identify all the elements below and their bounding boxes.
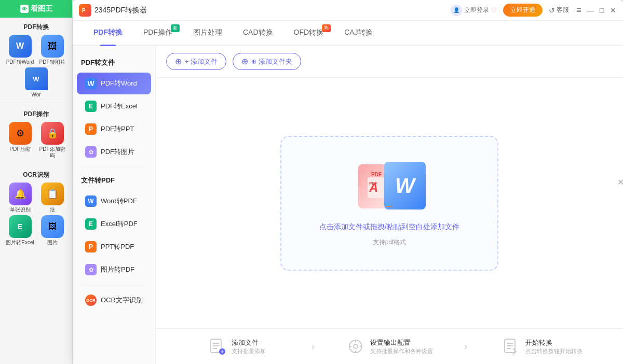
step-arrow-1: › (312, 341, 315, 352)
menu-item-ppt-pdf[interactable]: P PPT转PDF (77, 236, 151, 258)
sidebar-item-pdf-image[interactable]: 🖼 PDF转图片 (37, 35, 67, 65)
svg-text:P: P (82, 8, 86, 13)
step-3-text: 开始转换 点击转换按钮开始转换 (525, 338, 583, 355)
menu-item-pdf-word[interactable]: W PDF转Word (77, 73, 151, 94)
step-3-icon (502, 337, 520, 356)
hot-badge: 热 (322, 24, 331, 32)
tab-ofd-convert[interactable]: OFD转换 热 (283, 20, 334, 45)
nav-tabs: PDF转换 PDF操作 新 图片处理 CAD转换 OFD转换 热 CAJ转换 (73, 21, 623, 46)
drop-zone-text: 点击添加文件或拖拽/粘贴到空白处添加文件 (319, 222, 459, 232)
left-sidebar: 👁 看图王 PDF转换 W PDF转Word 🖼 PDF转图片 W Wor PD… (0, 0, 73, 364)
main-window: P 2345PDF转换器 👤 立即登录 ♡ 立即开通 ↺ 客服 ≡ — □ ✕ (73, 0, 623, 364)
sidebar-section-pdf: PDF转换 W PDF转Word 🖼 PDF转图片 W Wor (0, 18, 72, 100)
batch-ocr-icon: 📋 (41, 183, 64, 205)
sidebar-ops-items: ⚙ PDF压缩 🔒 PDF添加密码 (0, 122, 72, 159)
drop-zone-subtext: 支持pdf格式 (373, 238, 407, 247)
step-1: + 添加文件 支持批量添加 (166, 337, 307, 356)
img-excel-icon: E (9, 215, 32, 238)
sidebar-item-single-ocr[interactable]: 🔔 单张识别 (5, 183, 35, 213)
sidebar-item-img-excel[interactable]: E 图片转Excel (5, 215, 35, 246)
new-badge: 新 (171, 24, 180, 32)
sidebar-item-word[interactable]: W Wor (21, 67, 51, 98)
tab-caj-convert[interactable]: CAJ转换 (334, 20, 383, 45)
minimize-button[interactable]: — (587, 7, 594, 14)
menu-item-pdf-ppt[interactable]: P PDF转PPT (77, 118, 151, 140)
menu-pdf-image-icon: ✿ (85, 146, 97, 158)
main-content-area: ⊕ + 添加文件 ⊕ ⊕ 添加文件夹 PDF (156, 46, 623, 364)
svg-text:+: + (221, 349, 224, 355)
service-button[interactable]: ↺ 客服 (549, 6, 569, 15)
sidebar-section-ops: PDF操作 ⚙ PDF压缩 🔒 PDF添加密码 (0, 105, 72, 161)
sidebar-logo: 👁 (20, 5, 29, 13)
content-area: PDF转文件 W PDF转Word E PDF转Excel P PDF转PPT (73, 46, 623, 364)
sidebar-ocr-items: 🔔 单张识别 📋 批 E 图片转Excel 🖼 图片 (0, 183, 72, 246)
menu-item-ocr[interactable]: OCR OCR文字识别 (77, 289, 151, 311)
tab-pdf-convert[interactable]: PDF转换 (83, 20, 133, 45)
step-1-icon: + (208, 337, 226, 356)
drop-zone[interactable]: PDF A PDF W (156, 78, 623, 328)
sidebar-item-pdf-word[interactable]: W PDF转Word (5, 35, 35, 65)
add-folder-button[interactable]: ⊕ ⊕ 添加文件夹 (233, 53, 301, 70)
drop-zone-icons: PDF A PDF W (353, 159, 426, 216)
menu-img-pdf-icon: ✿ (85, 264, 97, 275)
pdf-image-icon: 🖼 (41, 35, 64, 58)
app-logo-icon: P (79, 4, 91, 17)
file-toolbar: ⊕ + 添加文件 ⊕ ⊕ 添加文件夹 (156, 46, 623, 78)
step-3: 开始转换 点击转换按钮开始转换 (471, 337, 613, 356)
menu-ocr-icon: OCR (85, 295, 97, 306)
tab-image-process[interactable]: 图片处理 (183, 20, 233, 45)
menu-item-excel-pdf[interactable]: E Excel转PDF (77, 213, 151, 235)
step-2-text: 设置输出配置 支持批量操作和各种设置 (370, 338, 433, 355)
password-icon: 🔒 (41, 122, 64, 145)
menu-button[interactable]: ≡ (575, 7, 583, 14)
step-2: 设置输出配置 支持批量操作和各种设置 (319, 337, 460, 356)
tab-pdf-ops[interactable]: PDF操作 新 (133, 20, 183, 45)
svg-text:PDF: PDF (369, 181, 377, 186)
sidebar-item-compress[interactable]: ⚙ PDF压缩 (5, 122, 35, 159)
login-button[interactable]: 👤 立即登录 ♡ (451, 5, 497, 16)
sidebar-item-password[interactable]: 🔒 PDF添加密码 (37, 122, 67, 159)
sidebar-item-img[interactable]: 🖼 图片 (37, 215, 67, 246)
svg-point-12 (354, 344, 358, 348)
menu-item-pdf-image[interactable]: ✿ PDF转图片 (77, 141, 151, 163)
step-1-text: 添加文件 支持批量添加 (232, 338, 266, 355)
window-controls: ≡ — □ ✕ (575, 7, 617, 14)
avatar-icon: 👤 (451, 5, 462, 16)
menu-pdf-excel-icon: E (85, 101, 97, 112)
open-membership-button[interactable]: 立即开通 (503, 4, 543, 17)
step-2-icon (346, 337, 365, 356)
menu-item-pdf-excel[interactable]: E PDF转Excel (77, 95, 151, 117)
sidebar-item-batch-ocr[interactable]: 📋 批 (37, 183, 67, 213)
convert-arrow-icon: → (384, 200, 395, 212)
menu-excel-pdf-icon: E (85, 218, 97, 230)
menu-ppt-pdf-icon: P (85, 241, 97, 253)
compress-icon: ⚙ (9, 122, 32, 145)
menu-item-img-pdf[interactable]: ✿ 图片转PDF (77, 259, 151, 281)
menu-item-word-pdf[interactable]: W Word转PDF (77, 190, 151, 212)
menu-word-pdf-icon: W (85, 195, 97, 207)
bottom-steps: + 添加文件 支持批量添加 › (156, 328, 623, 364)
close-button[interactable]: ✕ (610, 7, 617, 14)
app-logo: P 2345PDF转换器 (79, 4, 147, 17)
sidebar-section-ocr: OCR识别 🔔 单张识别 📋 批 E 图片转Excel 🖼 图片 (0, 165, 72, 248)
img-icon: 🖼 (41, 215, 64, 238)
left-menu: PDF转文件 W PDF转Word E PDF转Excel P PDF转PPT (73, 46, 156, 364)
side-close-icon[interactable]: ✕ (617, 177, 623, 187)
add-file-button[interactable]: ⊕ + 添加文件 (166, 53, 226, 70)
single-ocr-icon: 🔔 (9, 183, 32, 205)
sidebar-app-title: 👁 看图王 (0, 0, 72, 18)
pdf-word-icon: W (9, 35, 32, 58)
drop-zone-inner[interactable]: PDF A PDF W (280, 136, 498, 271)
maximize-button[interactable]: □ (598, 7, 605, 14)
sidebar-pdf-items: W PDF转Word 🖼 PDF转图片 W Wor (0, 35, 72, 98)
title-bar: P 2345PDF转换器 👤 立即登录 ♡ 立即开通 ↺ 客服 ≡ — □ ✕ (73, 0, 623, 21)
word-icon: W (25, 67, 48, 90)
menu-pdf-word-icon: W (85, 78, 97, 89)
step-arrow-2: › (464, 341, 467, 352)
title-bar-controls: 👤 立即登录 ♡ 立即开通 ↺ 客服 ≡ — □ ✕ (451, 4, 617, 17)
tab-cad-convert[interactable]: CAD转换 (233, 20, 283, 45)
menu-pdf-ppt-icon: P (85, 123, 97, 135)
